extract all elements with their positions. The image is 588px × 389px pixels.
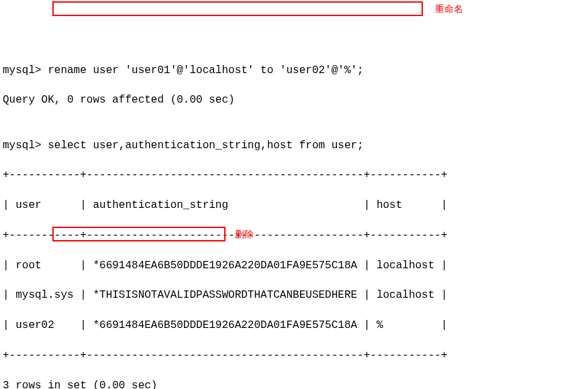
terminal-line: Query OK, 0 rows affected (0.00 sec) — [3, 93, 585, 107]
terminal-line: | root | *6691484EA6B50DDDE1926A220DA01F… — [3, 258, 585, 273]
annotation-rename-label: 重命名 — [435, 3, 463, 16]
annotation-drop-label: 删除 — [235, 228, 254, 241]
terminal-line: mysql> rename user 'user01'@'localhost' … — [3, 63, 585, 78]
terminal-line: +-----------+---------------------------… — [3, 228, 585, 243]
terminal-line: 3 rows in set (0.00 sec) — [3, 378, 585, 389]
terminal-line: | mysql.sys | *THISISNOTAVALIDPASSWORDTH… — [3, 288, 585, 302]
terminal-line: | user | authentication_string | host | — [3, 198, 585, 213]
highlight-box-rename — [52, 1, 423, 16]
terminal-line: mysql> select user,authentication_string… — [3, 138, 585, 153]
terminal-line: +-----------+---------------------------… — [3, 348, 585, 363]
terminal-line: | user02 | *6691484EA6B50DDDE1926A220DA0… — [3, 318, 585, 333]
terminal-line: +-----------+---------------------------… — [3, 168, 585, 182]
